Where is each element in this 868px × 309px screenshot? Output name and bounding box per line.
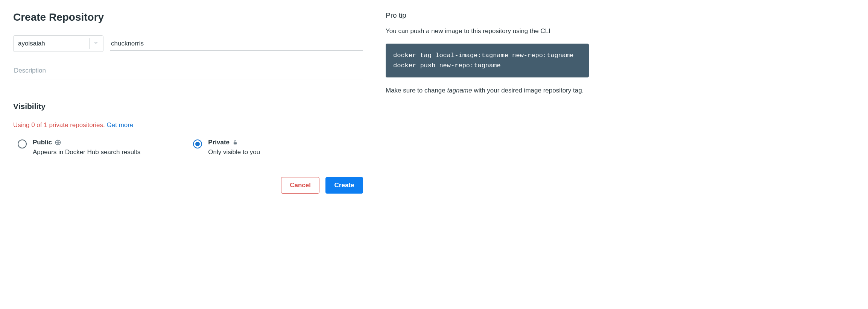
visibility-public-option[interactable]: Public Appears in Docker Hub search resu… [18,139,140,156]
cancel-button[interactable]: Cancel [281,177,319,194]
svg-rect-2 [234,142,237,144]
namespace-select[interactable]: ayoisaiah [13,35,103,52]
radio-private[interactable] [193,139,202,148]
usage-text: Using 0 of 1 private repositories. [13,121,107,129]
visibility-private-option[interactable]: Private Only visible to you [193,139,260,156]
public-title: Public [33,139,52,146]
lock-icon [233,140,238,145]
note-emphasis: tagname [447,87,472,94]
description-input[interactable] [13,63,363,79]
note-suffix: with your desired image repository tag. [472,87,584,94]
radio-public[interactable] [18,139,27,148]
select-divider [89,38,90,49]
protip-intro: You can push a new image to this reposit… [386,26,589,36]
public-desc: Appears in Docker Hub search results [33,148,140,156]
create-button[interactable]: Create [325,177,363,194]
private-desc: Only visible to you [208,148,260,156]
cli-code-block: docker tag local-image:tagname new-repo:… [386,44,589,77]
private-title: Private [208,139,230,146]
protip-note: Make sure to change tagname with your de… [386,86,589,95]
page-title: Create Repository [13,11,363,23]
note-prefix: Make sure to change [386,87,447,94]
usage-line: Using 0 of 1 private repositories. Get m… [13,121,363,129]
chevron-down-icon [93,40,99,47]
get-more-link[interactable]: Get more [107,121,134,129]
visibility-heading: Visibility [13,102,363,111]
namespace-value: ayoisaiah [18,40,45,47]
globe-icon [55,139,61,145]
repo-name-input[interactable] [110,37,363,51]
protip-heading: Pro tip [386,11,589,20]
